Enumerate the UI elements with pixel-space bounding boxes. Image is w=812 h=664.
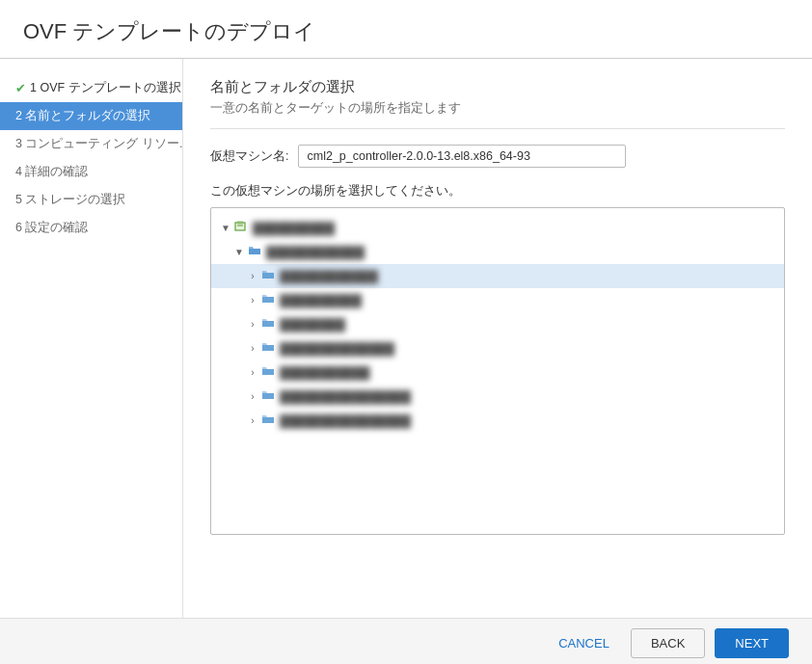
tree-node-folder2-label: ██████████ [280, 294, 362, 307]
footer: CANCEL BACK NEXT [0, 618, 812, 664]
sidebar-item-step4[interactable]: 4 詳細の確認 [0, 158, 182, 186]
sidebar-step3-label: 3 コンピューティング リソー... [15, 136, 182, 152]
section-title: 名前とフォルダの選択 [210, 78, 785, 96]
section-subtitle: 一意の名前とターゲットの場所を指定します [210, 100, 785, 129]
expander-f2-icon[interactable]: › [246, 295, 259, 305]
expander-f4-icon[interactable]: › [246, 343, 259, 354]
sidebar-item-step5[interactable]: 5 ストレージの選択 [0, 186, 182, 214]
folder-f3-icon [261, 316, 275, 332]
svg-rect-3 [237, 225, 243, 226]
next-button[interactable]: NEXT [715, 628, 789, 658]
expander-f7-icon[interactable]: › [246, 415, 259, 426]
folder-f1-icon [261, 268, 275, 284]
tree-node-folder5[interactable]: › ███████████ [211, 360, 784, 385]
sidebar-item-step6[interactable]: 6 設定の確認 [0, 214, 182, 242]
tree-container[interactable]: ▼ ██████████ ▼ ████████████ › [210, 207, 785, 535]
expander-f6-icon[interactable]: › [246, 391, 259, 402]
folder-f7-icon [261, 412, 275, 429]
tree-node-folder7-label: ████████████████ [280, 414, 411, 428]
expander-dc1-icon[interactable]: ▼ [232, 247, 246, 257]
tree-node-dc1[interactable]: ▼ ████████████ [211, 240, 784, 264]
expander-f1-icon[interactable]: › [246, 271, 259, 281]
expander-f5-icon[interactable]: › [246, 367, 259, 378]
main-panel: 名前とフォルダの選択 一意の名前とターゲットの場所を指定します 仮想マシン名: … [183, 59, 812, 618]
tree-node-folder3-label: ████████ [280, 318, 345, 332]
tree-node-folder7[interactable]: › ████████████████ [211, 409, 784, 433]
tree-node-folder1[interactable]: › ████████████ [211, 264, 784, 288]
sidebar-item-step2[interactable]: 2 名前とフォルダの選択 [0, 102, 182, 130]
folder-f5-icon [261, 364, 275, 381]
expander-f3-icon[interactable]: › [246, 319, 259, 330]
folder-f6-icon [261, 388, 275, 405]
expander-icon[interactable]: ▼ [219, 223, 232, 233]
folder-dc1-icon [248, 244, 261, 260]
check-icon: ✔ [15, 81, 26, 95]
tree-node-folder6[interactable]: › ████████████████ [211, 385, 784, 409]
folder-f4-icon [261, 340, 275, 357]
tree-node-folder3[interactable]: › ████████ [211, 312, 784, 336]
tree-node-folder4[interactable]: › ██████████████ [211, 336, 784, 360]
vm-name-label: 仮想マシン名: [210, 148, 288, 165]
sidebar-step5-label: 5 ストレージの選択 [15, 192, 125, 208]
tree-node-root-label: ██████████ [253, 222, 335, 235]
tree-node-folder6-label: ████████████████ [280, 390, 411, 404]
sidebar-step4-label: 4 詳細の確認 [15, 164, 88, 180]
page-title: OVF テンプレートのデプロイ [0, 0, 812, 59]
folder-f2-icon [261, 292, 275, 308]
location-label: この仮想マシンの場所を選択してください。 [210, 183, 785, 199]
vm-name-input[interactable] [298, 145, 626, 168]
tree-node-folder5-label: ███████████ [280, 366, 370, 380]
back-button[interactable]: BACK [631, 628, 705, 658]
tree-node-folder2[interactable]: › ██████████ [211, 288, 784, 312]
tree-node-dc1-label: ████████████ [266, 246, 365, 259]
sidebar-item-step1[interactable]: ✔ 1 OVF テンプレートの選択 [0, 74, 182, 102]
sidebar-step6-label: 6 設定の確認 [15, 220, 88, 236]
sidebar: ✔ 1 OVF テンプレートの選択 2 名前とフォルダの選択 3 コンピューティ… [0, 59, 183, 618]
tree-node-folder1-label: ████████████ [280, 270, 378, 283]
tree-node-folder4-label: ██████████████ [280, 342, 394, 356]
datacenter-icon [234, 220, 248, 236]
sidebar-step1-label: 1 OVF テンプレートの選択 [30, 80, 181, 96]
sidebar-item-step3[interactable]: 3 コンピューティング リソー... [0, 130, 182, 158]
tree-node-root[interactable]: ▼ ██████████ [211, 216, 784, 240]
cancel-button[interactable]: CANCEL [547, 629, 621, 657]
sidebar-step2-label: 2 名前とフォルダの選択 [15, 108, 150, 124]
